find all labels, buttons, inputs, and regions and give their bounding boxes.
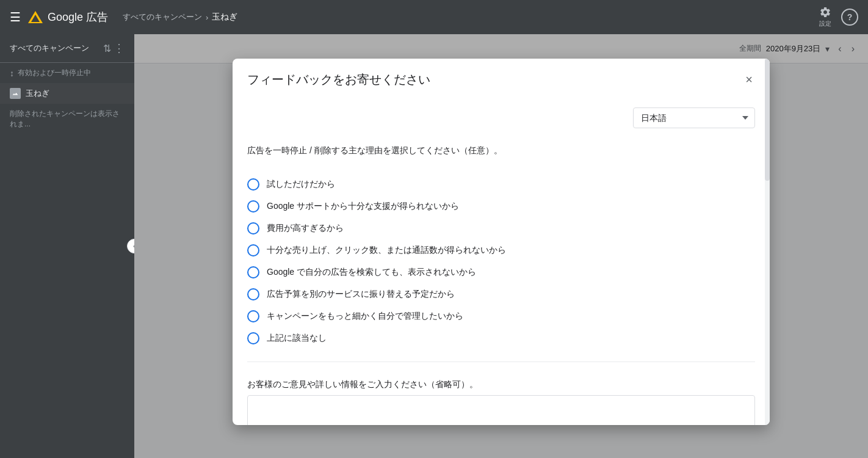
radio-option-4[interactable]: 十分な売り上げ、クリック数、または通話数が得られないから [247, 244, 755, 256]
radio-label-7: キャンペーンをもっと細かく自分で管理したいから [267, 311, 463, 322]
more-options-icon[interactable]: ⋮ [114, 42, 125, 55]
radio-option-7[interactable]: キャンペーンをもっと細かく自分で管理したいから [247, 310, 755, 322]
breadcrumb: すべてのキャンペーン › 玉ねぎ [123, 12, 237, 23]
app-header: ☰ Google 広告 すべてのキャンペーン › 玉ねぎ 設定 ? [0, 0, 868, 34]
sidebar-status-label: 有効および一時停止中 [18, 68, 91, 78]
textarea-label: お客様のご意見や詳しい情報をご入力ください（省略可）。 [247, 379, 755, 390]
radio-option-8[interactable]: 上記に該当なし [247, 332, 755, 344]
breadcrumb-parent-link[interactable]: すべてのキャンペーン [123, 12, 202, 23]
radio-circle-1 [247, 178, 259, 191]
modal-divider [247, 362, 755, 362]
radio-label-3: 費用が高すぎるから [267, 223, 344, 234]
radio-option-6[interactable]: 広告予算を別のサービスに振り替える予定だから [247, 288, 755, 300]
modal-scrollbar-thumb [765, 59, 770, 181]
modal-title: フィードバックをお寄せください [247, 71, 430, 88]
sort-arrow-icon: ↕ [10, 68, 14, 78]
radio-option-1[interactable]: 試しただけだから [247, 178, 755, 191]
svg-rect-0 [13, 91, 18, 96]
radio-option-2[interactable]: Google サポートから十分な支援が得られないから [247, 200, 755, 213]
settings-label: 設定 [819, 20, 831, 28]
radio-circle-6 [247, 288, 259, 300]
radio-label-6: 広告予算を別のサービスに振り替える予定だから [267, 289, 455, 300]
radio-label-5: Google で自分の広告を検索しても、表示されないから [267, 267, 476, 278]
language-selector-row: 日本語 English 中文 한국어 [247, 107, 755, 128]
radio-label-4: 十分な売り上げ、クリック数、または通話数が得られないから [267, 245, 506, 256]
radio-circle-5 [247, 266, 259, 278]
settings-button[interactable]: 設定 [819, 6, 831, 28]
sidebar-collapse-button[interactable]: ‹ [127, 239, 134, 253]
sidebar-campaigns-label: すべてのキャンペーン [10, 43, 103, 54]
campaign-name-label: 玉ねぎ [26, 88, 49, 99]
modal-body: 日本語 English 中文 한국어 広告を一時停止 / 削除する主な理由を選択… [233, 98, 770, 425]
feedback-modal: フィードバックをお寄せください × 日本語 English 中文 한국어 [233, 59, 770, 425]
help-button[interactable]: ? [841, 9, 858, 26]
radio-option-3[interactable]: 費用が高すぎるから [247, 222, 755, 234]
language-select[interactable]: 日本語 English 中文 한국어 [633, 107, 755, 128]
modal-overlay: フィードバックをお寄せください × 日本語 English 中文 한국어 [134, 34, 868, 458]
campaign-icon [10, 88, 21, 99]
header-right-actions: 設定 ? [819, 6, 858, 28]
breadcrumb-current: 玉ねぎ [212, 12, 237, 23]
question-label: 広告を一時停止 / 削除する主な理由を選択してください（任意）。 [247, 145, 755, 156]
radio-group: 試しただけだから Google サポートから十分な支援が得られないから 費用が高… [247, 178, 755, 344]
app-name: Google 広告 [48, 10, 108, 24]
menu-icon[interactable]: ☰ [10, 10, 21, 24]
google-ads-logo-icon [28, 11, 43, 23]
main-content: 全期間 2020年9月23日 ▾ ‹ › フィードバックをお寄せください × [134, 34, 868, 458]
image-icon [12, 90, 19, 97]
radio-label-8: 上記に該当なし [267, 333, 327, 344]
sidebar-campaign-item[interactable]: 玉ねぎ [0, 83, 134, 104]
sidebar-header: すべてのキャンペーン ⇅ ⋮ [0, 34, 134, 63]
radio-option-5[interactable]: Google で自分の広告を検索しても、表示されないから [247, 266, 755, 278]
radio-circle-3 [247, 222, 259, 234]
main-layout: すべてのキャンペーン ⇅ ⋮ ↕ 有効および一時停止中 玉ねぎ 削除されたキャン… [0, 34, 868, 458]
radio-circle-4 [247, 244, 259, 256]
radio-circle-8 [247, 332, 259, 344]
sidebar-status-row: ↕ 有効および一時停止中 [0, 63, 134, 83]
gear-icon [819, 6, 831, 18]
sort-icon[interactable]: ⇅ [103, 43, 111, 54]
breadcrumb-separator: › [206, 13, 208, 22]
radio-label-1: 試しただけだから [267, 179, 335, 190]
radio-circle-7 [247, 310, 259, 322]
modal-scrollbar-track [765, 59, 770, 425]
modal-close-button[interactable]: × [743, 71, 755, 88]
sidebar: すべてのキャンペーン ⇅ ⋮ ↕ 有効および一時停止中 玉ねぎ 削除されたキャン… [0, 34, 134, 458]
textarea-section: お客様のご意見や詳しい情報をご入力ください（省略可）。 [247, 379, 755, 425]
radio-label-2: Google サポートから十分な支援が得られないから [267, 201, 459, 212]
radio-circle-2 [247, 200, 259, 213]
app-logo: Google 広告 [28, 10, 108, 24]
sidebar-deleted-note: 削除されたキャンペーンは表示されま... [0, 104, 134, 134]
modal-header: フィードバックをお寄せください × [233, 59, 770, 98]
feedback-textarea[interactable] [247, 395, 755, 425]
